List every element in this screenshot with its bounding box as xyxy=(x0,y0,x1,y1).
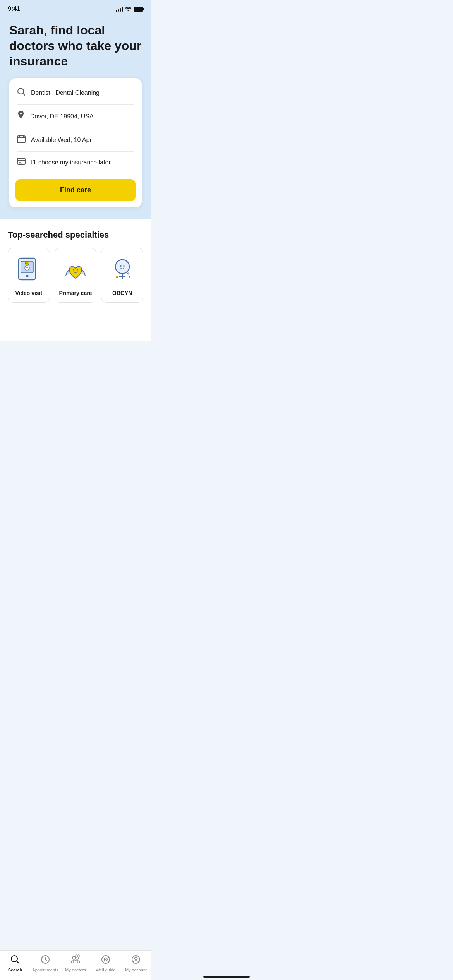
primary-care-label: Primary care xyxy=(59,290,92,296)
svg-point-7 xyxy=(26,267,27,268)
insurance-icon xyxy=(17,158,26,167)
search-card: Dentist · Dental Cleaning Dover, DE 1990… xyxy=(9,78,142,207)
svg-rect-2 xyxy=(17,158,25,164)
svg-point-8 xyxy=(27,267,28,268)
date-row[interactable]: Available Wed, 10 Apr xyxy=(9,128,142,151)
status-bar: 9:41 xyxy=(0,0,151,15)
wifi-icon xyxy=(125,6,131,12)
search-icon xyxy=(17,87,26,98)
specialty-card-primary-care[interactable]: Primary care xyxy=(55,248,97,303)
signal-icon xyxy=(116,6,123,12)
svg-point-11 xyxy=(77,269,78,271)
status-time: 9:41 xyxy=(8,5,20,12)
svg-rect-1 xyxy=(17,136,25,143)
location-row[interactable]: Dover, DE 19904, USA xyxy=(9,105,142,128)
hero-section: Sarah, find local doctors who take your … xyxy=(0,15,151,219)
location-icon xyxy=(17,111,25,122)
specialty-row[interactable]: Dentist · Dental Cleaning xyxy=(9,81,142,104)
find-care-button[interactable]: Find care xyxy=(15,179,136,201)
svg-rect-9 xyxy=(26,275,29,277)
top-searched-title: Top-searched specialties xyxy=(8,230,143,240)
specialty-grid: Video visit Pr xyxy=(8,248,143,303)
obgyn-label: OBGYN xyxy=(112,290,132,296)
hero-title: Sarah, find local doctors who take your … xyxy=(9,22,142,69)
svg-point-15 xyxy=(116,276,118,278)
video-visit-illustration xyxy=(13,254,44,285)
main-content: Top-searched specialties xyxy=(0,219,151,341)
svg-point-10 xyxy=(73,269,74,271)
video-visit-label: Video visit xyxy=(15,290,42,296)
svg-point-16 xyxy=(127,273,129,274)
insurance-row[interactable]: I'll choose my insurance later xyxy=(9,152,142,173)
insurance-text: I'll choose my insurance later xyxy=(31,159,111,166)
battery-icon xyxy=(134,7,143,12)
specialty-card-obgyn[interactable]: OBGYN xyxy=(101,248,143,303)
specialty-text: Dentist · Dental Cleaning xyxy=(31,89,100,96)
svg-point-12 xyxy=(115,260,129,274)
status-icons xyxy=(116,6,143,12)
obgyn-illustration xyxy=(107,254,138,285)
date-text: Available Wed, 10 Apr xyxy=(31,137,92,144)
location-text: Dover, DE 19904, USA xyxy=(30,113,94,120)
primary-care-illustration xyxy=(60,254,91,285)
calendar-icon xyxy=(17,135,26,145)
specialty-card-video-visit[interactable]: Video visit xyxy=(8,248,50,303)
